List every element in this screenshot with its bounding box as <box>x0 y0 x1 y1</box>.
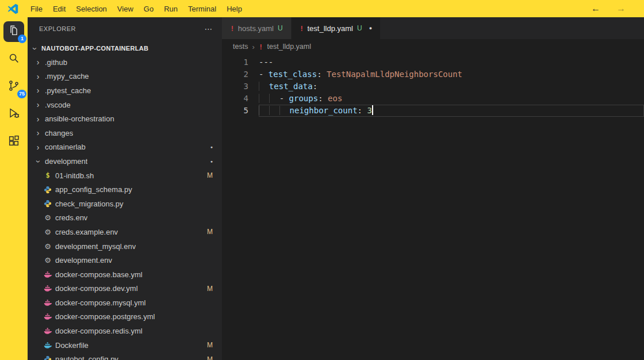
tree-item-docker-compose-redis-yml[interactable]: docker-compose.redis.yml <box>28 324 222 338</box>
menu-item-edit[interactable]: Edit <box>48 3 71 15</box>
yaml-file-icon: ! <box>259 43 263 51</box>
project-section-header[interactable]: › NAUTOBOT-APP-CONTAINERLAB <box>28 41 222 55</box>
tree-item-mypy-cache[interactable]: ›.mypy_cache <box>28 70 222 84</box>
activity-item-source-control[interactable]: 75 <box>3 76 24 97</box>
tree-item-development[interactable]: ›development● <box>28 154 222 168</box>
file-label: Dockerfile <box>55 341 89 350</box>
file-label: nautobot_config.py <box>55 355 118 360</box>
chevron-right-icon: › <box>33 143 43 152</box>
code-token: - <box>279 94 289 103</box>
dirty-indicator[interactable]: ● <box>369 25 372 31</box>
tree-item-vscode[interactable]: ›.vscode <box>28 98 222 112</box>
yaml-file-icon: ! <box>230 24 235 33</box>
tree-item-ansible-orchestration[interactable]: ›ansible-orchestration <box>28 112 222 126</box>
indent-guide-icon <box>259 82 269 91</box>
docker-compose-file-icon <box>43 327 53 335</box>
tree-item-development-mysql-env[interactable]: ⚙development_mysql.env <box>28 239 222 254</box>
run-debug-icon <box>7 107 20 122</box>
activity-item-extensions[interactable] <box>3 132 24 152</box>
file-label: changes <box>45 129 73 137</box>
breadcrumb: tests › ! test_lldp.yaml <box>222 39 644 54</box>
tree-item-creds-env[interactable]: ⚙creds.env <box>28 211 222 225</box>
vscode-logo-icon[interactable] <box>7 2 20 15</box>
code-line-1: 1--- <box>222 56 644 68</box>
code-token: neighbor_count <box>290 106 358 115</box>
file-label: development.env <box>55 256 112 265</box>
tree-item-changes[interactable]: ›changes <box>28 126 222 140</box>
activity-item-run-debug[interactable] <box>3 104 24 125</box>
code-token: TestNapalmLldpNeighborsCount <box>322 70 462 79</box>
menu-item-file[interactable]: File <box>25 3 48 15</box>
tree-item-docker-compose-postgres-yml[interactable]: docker-compose.postgres.yml <box>28 310 222 324</box>
tree-item-github[interactable]: ›.github <box>28 55 222 70</box>
python-file-icon <box>43 200 53 208</box>
code-token: eos <box>323 94 343 103</box>
git-modified-badge: M <box>207 228 213 236</box>
activity-item-explorer[interactable]: 1 <box>3 21 24 42</box>
code-token: --- <box>259 58 273 67</box>
git-status-letter: U <box>278 24 283 32</box>
activity-bar: 1 75 <box>0 17 28 360</box>
chevron-down-icon: › <box>30 44 40 53</box>
file-label: development_mysql.env <box>55 242 136 251</box>
file-label: app_config_schema.py <box>55 185 132 194</box>
explorer-badge: 1 <box>18 35 26 43</box>
code-token: : <box>358 106 362 115</box>
tab-hosts-yaml[interactable]: !hosts.yamlU <box>222 17 292 39</box>
tree-item-development-env[interactable]: ⚙development.env <box>28 253 222 267</box>
breadcrumb-folder[interactable]: tests <box>233 43 248 51</box>
tree-item-01-initdb-sh[interactable]: $01-initdb.shM <box>28 168 222 183</box>
file-label: creds.example.env <box>55 228 118 236</box>
tree-item-check-migrations-py[interactable]: check_migrations.py <box>28 197 222 211</box>
tree-item-creds-example-env[interactable]: ⚙creds.example.envM <box>28 225 222 239</box>
docker-compose-file-icon <box>43 270 53 279</box>
source-control-badge: 75 <box>17 90 26 98</box>
code-token: - <box>259 70 269 79</box>
breadcrumb-file[interactable]: test_lldp.yaml <box>267 43 311 51</box>
tree-item-nautobot-config-py[interactable]: nautobot_config.pyM <box>28 352 222 360</box>
code-token: : <box>317 70 321 79</box>
file-label: check_migrations.py <box>55 200 124 208</box>
line-number: 5 <box>222 105 259 117</box>
code-token: groups <box>289 94 319 103</box>
tree-item-docker-compose-base-yml[interactable]: docker-compose.base.yml <box>28 267 222 282</box>
menu-item-run[interactable]: Run <box>159 3 183 15</box>
settings-file-icon: ⚙ <box>43 228 53 236</box>
indent-guide-icon <box>259 94 269 103</box>
file-label: containerlab <box>45 143 86 151</box>
tree-item-app-config-schema-py[interactable]: app_config_schema.py <box>28 182 222 197</box>
chevron-right-icon: › <box>33 128 43 137</box>
docker-compose-file-icon <box>43 312 53 321</box>
code-line-2: 2- test_class: TestNapalmLldpNeighborsCo… <box>222 68 644 81</box>
history-forward-icon[interactable]: → <box>616 3 626 14</box>
file-label: .github <box>45 58 67 67</box>
code-editor[interactable]: 1---2- test_class: TestNapalmLldpNeighbo… <box>222 54 644 360</box>
code-line-4: 4 - groups: eos <box>222 93 644 105</box>
file-label: docker-compose.redis.yml <box>55 327 143 335</box>
tree-item-docker-compose-dev-yml[interactable]: docker-compose.dev.ymlM <box>28 282 222 296</box>
chevron-down-icon: › <box>34 157 43 166</box>
menu-item-help[interactable]: Help <box>221 3 247 15</box>
history-back-icon[interactable]: ← <box>591 3 600 14</box>
menu-item-go[interactable]: Go <box>139 3 159 15</box>
activity-item-search[interactable] <box>3 49 24 70</box>
folder-modified-dot: ● <box>210 145 213 149</box>
menu-item-view[interactable]: View <box>112 3 139 15</box>
chevron-right-icon: › <box>33 114 43 124</box>
docker-compose-file-icon <box>43 284 53 293</box>
line-content: test_data: <box>259 81 644 93</box>
project-name: NAUTOBOT-APP-CONTAINERLAB <box>41 45 148 52</box>
file-label: docker-compose.base.yml <box>55 270 143 279</box>
chevron-right-icon: › <box>33 58 43 67</box>
tree-item-dockerfile[interactable]: DockerfileM <box>28 338 222 353</box>
tree-item-containerlab[interactable]: ›containerlab● <box>28 140 222 155</box>
tree-item-pytest-cache[interactable]: ›.pytest_cache <box>28 83 222 98</box>
code-line-5: 5 neighbor_count: 3 <box>222 105 644 117</box>
views-and-more-actions-icon[interactable]: ⋯ <box>205 24 213 33</box>
tree-item-docker-compose-mysql-yml[interactable]: docker-compose.mysql.yml <box>28 296 222 310</box>
tab-test-lldp-yaml[interactable]: !test_lldp.yamlU● <box>292 17 381 39</box>
file-label: docker-compose.dev.yml <box>55 284 138 293</box>
menu-item-selection[interactable]: Selection <box>71 3 112 15</box>
menu-item-terminal[interactable]: Terminal <box>183 3 221 15</box>
editor-area: !hosts.yamlU!test_lldp.yamlU● tests › ! … <box>222 17 644 360</box>
